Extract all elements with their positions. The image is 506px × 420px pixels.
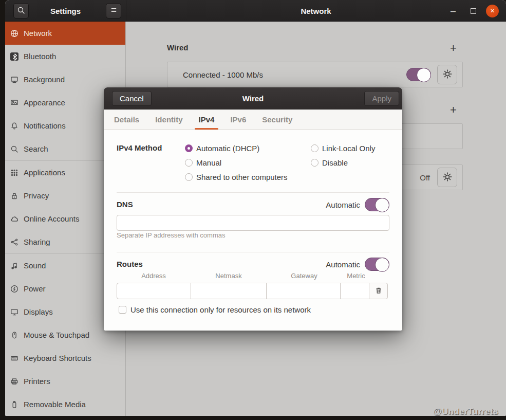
ipv4-method-label: IPv4 Method [117,143,162,152]
dns-hint: Separate IP addresses with commas [117,231,225,239]
gear-icon [442,69,453,81]
sidebar-item-label: Network [24,29,52,38]
dns-label: DNS [117,200,133,209]
close-icon: × [486,5,499,17]
radio-icon [185,173,193,181]
media-icon [10,400,18,409]
radio-option-manual[interactable]: Manual [185,155,288,170]
routes-column-netmask: Netmask [215,272,241,280]
route-gateway-input[interactable] [266,283,341,299]
radio-option-automatic-dhcp[interactable]: Automatic (DHCP) [185,141,288,155]
routes-column-gateway: Gateway [291,272,317,280]
radio-label: Disable [322,158,348,167]
tab-identity[interactable]: Identity [155,109,182,130]
wired-settings-button[interactable] [437,65,457,84]
delete-route-button[interactable] [369,283,388,299]
printer-icon [10,377,18,386]
wired-section-title: Wired [167,43,189,52]
add-wired-connection-button[interactable]: + [450,43,457,53]
sidebar-item-removable-media[interactable]: Removable Media [5,393,125,416]
wired-connection-row[interactable]: Connected - 1000 Mb/s [167,62,463,87]
wired-dialog: Wired Cancel Apply DetailsIdentityIPv4IP… [104,87,402,331]
routes-automatic-label: Automatic [326,260,360,269]
sidebar-item-label: Applications [24,168,65,177]
minimize-button[interactable]: – [451,0,456,22]
routes-row [117,283,389,299]
radio-label: Shared to other computers [196,173,288,181]
restrict-connection-row: Use this connection only for resources o… [119,305,311,314]
mouse-icon [10,331,18,339]
minimize-icon: – [451,6,456,16]
tab-ipv6[interactable]: IPv6 [230,109,246,130]
tab-ipv4[interactable]: IPv4 [199,109,215,130]
add-vpn-button[interactable]: + [450,105,457,115]
watermark: @UnderTurrets [433,407,498,417]
proxy-settings-button[interactable] [437,168,457,187]
routes-automatic-toggle[interactable] [365,258,389,271]
dns-automatic-toggle[interactable] [365,198,389,211]
display-icon [10,308,18,316]
close-button[interactable]: × [486,0,499,22]
lock-icon [10,192,18,200]
sidebar-item-label: Power [24,284,46,293]
sidebar-item-keyboard-shortcuts[interactable]: Keyboard Shortcuts [5,346,125,370]
share-icon [10,238,18,246]
ipv4-method-column-1: Automatic (DHCP)ManualShared to other co… [185,141,288,184]
sidebar-item-label: Displays [24,307,53,316]
route-metric-input[interactable] [340,283,369,299]
tab-security[interactable]: Security [262,109,292,130]
sidebar-item-label: Privacy [24,191,49,200]
sidebar-item-label: Sharing [24,238,50,246]
routes-column-address: Address [141,272,166,280]
cloud-icon [10,215,18,223]
radio-icon [311,159,318,167]
tab-details[interactable]: Details [114,109,139,130]
background-icon [10,76,18,84]
section-divider [117,192,389,193]
dns-input[interactable] [117,215,389,231]
cancel-button[interactable]: Cancel [112,91,152,106]
radio-icon [185,144,193,152]
connection-status: Connected - 1000 Mb/s [183,70,263,79]
sidebar-item-label: Bluetooth [24,52,56,61]
route-netmask-input[interactable] [191,283,267,299]
wired-toggle[interactable] [406,68,431,81]
ipv4-tab-panel: IPv4 Method Automatic (DHCP)ManualShared… [104,130,402,331]
hamburger-icon [110,6,118,15]
sidebar-item-label: Search [24,144,48,153]
dns-automatic-label: Automatic [326,200,360,209]
sidebar-item-label: Mouse & Touchpad [24,331,89,339]
restrict-connection-checkbox[interactable] [119,306,126,314]
sidebar-item-label: Appearance [24,98,65,107]
sidebar-item-label: Notifications [24,121,66,130]
sidebar-item-bluetooth[interactable]: Bluetooth [5,45,125,68]
ipv4-method-column-2: Link-Local OnlyDisable [311,141,375,170]
sidebar-item-printers[interactable]: Printers [5,370,125,393]
dns-automatic-row: Automatic [326,198,389,211]
maximize-button[interactable] [471,0,476,22]
globe-icon [10,29,18,38]
radio-option-disable[interactable]: Disable [311,155,375,170]
bluetooth-icon [10,52,18,61]
apply-button[interactable]: Apply [364,91,399,106]
gear-icon [442,172,453,184]
desktop: Settings Network – × Network Blue [0,0,506,420]
appearance-icon [10,99,18,107]
radio-icon [311,144,318,152]
radio-option-link-local-only[interactable]: Link-Local Only [311,141,375,155]
radio-label: Automatic (DHCP) [196,144,259,153]
radio-icon [185,159,193,167]
radio-option-shared-to-other-computers[interactable]: Shared to other computers [185,170,288,184]
sidebar-item-label: Sound [24,261,46,270]
menu-button[interactable] [106,3,121,19]
sidebar-item-network[interactable]: Network [5,22,125,45]
keyboard-icon [10,354,18,362]
route-address-input[interactable] [117,283,191,299]
search-icon [10,145,18,153]
section-divider [117,252,389,252]
routes-column-metric: Metric [347,272,365,280]
page-title: Network [126,0,506,22]
dialog-tabs: DetailsIdentityIPv4IPv6Security [104,109,402,130]
proxy-status: Off [420,173,430,182]
restrict-connection-label: Use this connection only for resources o… [130,305,311,314]
